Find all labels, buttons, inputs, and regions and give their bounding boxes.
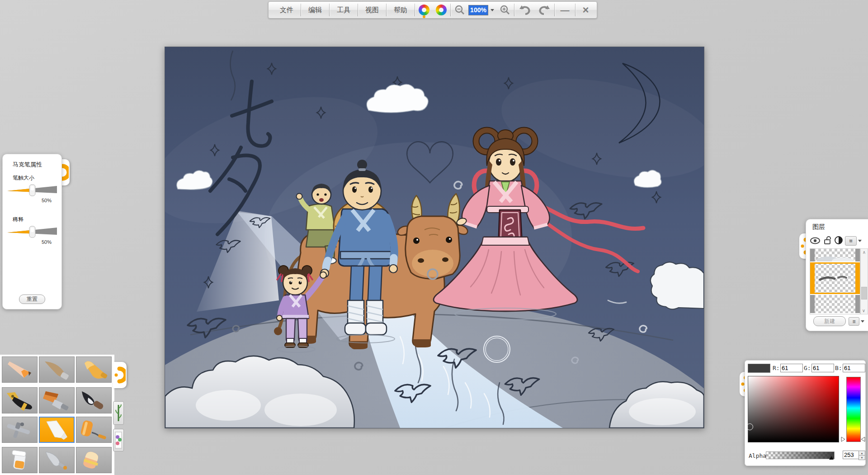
marker-icon bbox=[41, 419, 73, 441]
undo-button[interactable] bbox=[515, 3, 534, 17]
ink-brush-icon bbox=[78, 390, 110, 411]
tool-palette-knife[interactable] bbox=[39, 447, 75, 473]
tool-flat-brush[interactable] bbox=[39, 387, 75, 413]
tool-paint-roller[interactable] bbox=[76, 417, 112, 443]
dilution-slider[interactable] bbox=[7, 225, 57, 238]
alpha-spin-down[interactable]: ▼ bbox=[859, 455, 865, 460]
zoom-dropdown-button[interactable] bbox=[488, 3, 496, 17]
redo-icon bbox=[538, 5, 551, 15]
redo-button[interactable] bbox=[534, 3, 554, 17]
r-input[interactable] bbox=[780, 364, 803, 372]
layer-edge-bar bbox=[810, 295, 815, 313]
tool-crayon[interactable] bbox=[76, 356, 112, 383]
active-dot bbox=[423, 15, 425, 18]
sticker-icon bbox=[115, 432, 122, 449]
toolbar-separator bbox=[450, 4, 451, 16]
bamboo-brush-icon bbox=[115, 404, 122, 422]
hue-marker-right-icon[interactable] bbox=[861, 437, 865, 442]
tool-eraser[interactable] bbox=[76, 447, 112, 473]
toolbar-separator bbox=[329, 4, 330, 16]
close-button[interactable]: × bbox=[576, 3, 595, 17]
layer-row-selected[interactable] bbox=[810, 262, 860, 294]
scrollbar-thumb[interactable] bbox=[861, 287, 867, 299]
layer-edge-bar-selected bbox=[855, 262, 860, 294]
menu-view[interactable]: 视图 bbox=[359, 3, 386, 17]
r-label: R: bbox=[773, 365, 780, 371]
tool-palette-panel bbox=[0, 355, 114, 475]
b-input[interactable] bbox=[843, 364, 865, 372]
drawing-canvas[interactable] bbox=[165, 47, 704, 428]
layer-edge-bar-selected bbox=[810, 262, 815, 294]
zoom-in-button[interactable] bbox=[496, 3, 514, 17]
tool-brush-pen[interactable] bbox=[39, 356, 75, 383]
toolbar-separator bbox=[575, 4, 576, 16]
zoom-out-button[interactable] bbox=[451, 3, 468, 17]
toolbar-separator bbox=[358, 4, 358, 16]
layer-options-button[interactable]: ≡ bbox=[845, 236, 857, 246]
toolbar-separator bbox=[386, 4, 387, 16]
sticker-button[interactable] bbox=[113, 429, 124, 451]
layer-edge-bar bbox=[855, 295, 860, 313]
new-layer-button[interactable]: 新建 bbox=[813, 316, 846, 326]
tool-paint-jar[interactable] bbox=[2, 447, 38, 473]
minimize-button[interactable]: — bbox=[555, 3, 575, 17]
tool-marker[interactable] bbox=[39, 417, 75, 443]
brush-pen-icon bbox=[41, 359, 73, 380]
zoom-out-icon bbox=[454, 5, 465, 15]
layer-blend-button[interactable] bbox=[834, 236, 843, 247]
color-ring-button[interactable] bbox=[433, 3, 450, 17]
flat-brush-icon bbox=[41, 390, 73, 411]
layer-row-top[interactable] bbox=[810, 249, 860, 261]
g-input[interactable] bbox=[811, 364, 834, 372]
toolbar-separator bbox=[301, 4, 301, 16]
eye-icon bbox=[810, 237, 821, 245]
color-wheel-icon bbox=[419, 5, 429, 15]
hue-marker-left-icon[interactable] bbox=[841, 437, 845, 442]
crayon-icon bbox=[78, 359, 110, 380]
scroll-down-icon[interactable]: ∨ bbox=[861, 308, 867, 313]
alpha-input[interactable] bbox=[843, 451, 859, 459]
layer-row-bottom[interactable] bbox=[810, 295, 860, 313]
alpha-marker-icon bbox=[829, 456, 834, 460]
menu-tools[interactable]: 工具 bbox=[330, 3, 357, 17]
application-window: 文件 编辑 工具 视图 帮助 100% bbox=[0, 0, 868, 475]
toolbar-separator bbox=[415, 4, 415, 16]
tool-pencil[interactable] bbox=[2, 356, 38, 383]
paint-roller-icon bbox=[78, 419, 110, 441]
brush-size-slider[interactable] bbox=[7, 183, 57, 197]
layer-visibility-button[interactable] bbox=[810, 237, 821, 247]
brush-size-label: 笔触大小 bbox=[13, 174, 34, 182]
toolbar-separator bbox=[514, 4, 514, 16]
tool-ink-brush[interactable] bbox=[76, 387, 112, 413]
layer-menu-icon: ≡ bbox=[849, 238, 853, 244]
menu-file[interactable]: 文件 bbox=[273, 3, 300, 17]
zoom-level-field[interactable]: 100% bbox=[468, 5, 488, 15]
layers-menu-button[interactable]: ≡ bbox=[849, 317, 859, 326]
menu-help[interactable]: 帮助 bbox=[387, 3, 414, 17]
fountain-pen-icon bbox=[4, 390, 36, 411]
tool-palette-handle[interactable] bbox=[113, 362, 127, 388]
palette-knife-icon bbox=[41, 449, 73, 471]
layer-menu-icon: ≡ bbox=[852, 318, 855, 325]
layer-lock-button[interactable] bbox=[823, 236, 832, 247]
menu-edit[interactable]: 编辑 bbox=[302, 3, 329, 17]
eraser-icon bbox=[78, 449, 110, 471]
layers-panel: 图层 ≡ bbox=[806, 219, 868, 331]
scroll-up-icon[interactable]: ∧ bbox=[861, 250, 868, 255]
layers-menu-caret-icon bbox=[861, 320, 864, 323]
layer-edge-bar bbox=[855, 249, 860, 261]
layer-scrollbar[interactable]: ∧ ∨ bbox=[860, 248, 868, 314]
hue-strip[interactable] bbox=[846, 377, 861, 442]
reset-button[interactable]: 重置 bbox=[19, 294, 45, 304]
sv-cursor[interactable] bbox=[746, 423, 753, 430]
zoom-in-icon bbox=[500, 5, 510, 15]
alpha-slider[interactable] bbox=[766, 451, 835, 459]
tool-fountain-pen[interactable] bbox=[2, 387, 38, 413]
bamboo-brush-button[interactable] bbox=[113, 401, 124, 425]
tool-airbrush[interactable] bbox=[2, 417, 38, 443]
color-wheel-button[interactable] bbox=[415, 3, 433, 17]
marker-properties-panel: 马克笔属性 笔触大小 50% 稀释 50% 重置 bbox=[2, 154, 62, 309]
saturation-value-square[interactable] bbox=[748, 376, 839, 442]
toolbar-separator bbox=[554, 4, 555, 16]
g-label: G: bbox=[804, 365, 811, 371]
